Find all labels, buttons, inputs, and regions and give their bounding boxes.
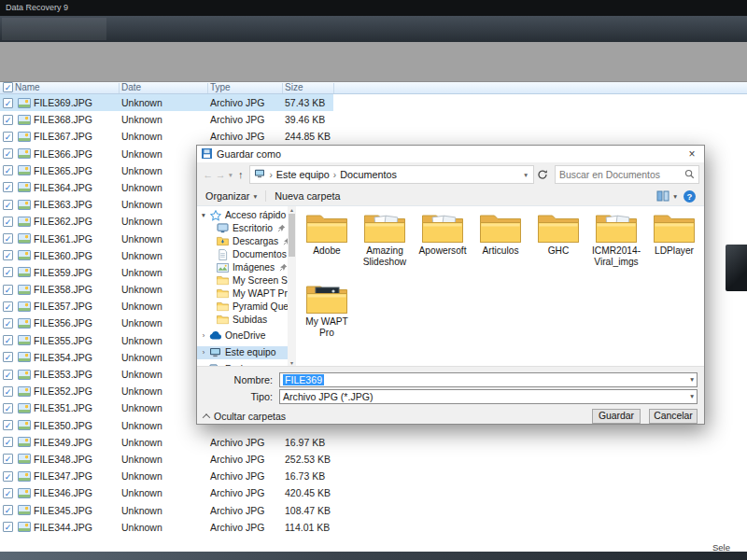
file-name: FILE361.JPG <box>34 231 92 247</box>
sidebar-item-pyramid-quest[interactable]: Pyramid Quest <box>197 300 288 313</box>
view-options-button[interactable]: ▾ <box>656 190 677 202</box>
sidebar-item-documentos[interactable]: Documentos <box>197 248 288 261</box>
checkbox-checked-icon[interactable]: ✓ <box>3 420 13 430</box>
up-button[interactable]: ↑ <box>234 169 247 180</box>
table-row[interactable]: ✓FILE367.JPGUnknownArchivo JPG244.85 KB <box>0 128 747 145</box>
checkbox-checked-icon[interactable]: ✓ <box>3 200 13 210</box>
checkbox-checked-icon[interactable]: ✓ <box>3 148 13 159</box>
sidebar-item-este-equipo[interactable]: ›Este equipo <box>197 346 288 359</box>
checkbox-checked-icon[interactable]: ✓ <box>3 233 13 244</box>
expander-icon[interactable]: ▾ <box>199 211 208 219</box>
checkbox-checked-icon[interactable]: ✓ <box>3 250 13 260</box>
checkbox-checked-icon[interactable]: ✓ <box>3 132 13 142</box>
address-bar[interactable]: ›Este equipo›Documentos ▾ <box>249 165 534 184</box>
checkbox-checked-icon[interactable]: ✓ <box>3 522 13 532</box>
back-button[interactable]: ← <box>202 169 214 180</box>
breadcrumb-item[interactable]: Este equipo <box>276 169 330 180</box>
sidebar-item-escritorio[interactable]: Escritorio <box>197 222 288 235</box>
checkbox-checked-icon[interactable]: ✓ <box>3 335 13 345</box>
filetype-select[interactable]: Archivo JPG (*.JPG) ▾ <box>279 389 698 404</box>
breadcrumb-item[interactable]: Documentos <box>340 169 397 180</box>
filename-input[interactable]: FILE369 ▾ <box>279 372 698 387</box>
history-dropdown-icon[interactable]: ▾ <box>227 171 234 179</box>
folder-tile[interactable]: GHC <box>529 209 587 280</box>
column-header-name[interactable]: Name <box>15 82 40 93</box>
select-all-checkbox[interactable]: ✓ <box>3 82 13 92</box>
organize-button[interactable]: Organizar ▾ <box>205 190 257 202</box>
checkbox-checked-icon[interactable]: ✓ <box>3 165 13 175</box>
expander-icon[interactable]: › <box>199 331 208 340</box>
table-row[interactable]: ✓FILE369.JPGUnknownArchivo JPG57.43 KB <box>0 94 747 111</box>
close-icon[interactable]: × <box>684 147 699 161</box>
cancel-button[interactable]: Cancelar <box>649 409 698 424</box>
address-dropdown-icon[interactable]: ▾ <box>522 171 529 179</box>
table-row[interactable]: ✓FILE368.JPGUnknownArchivo JPG39.46 KB <box>0 111 747 128</box>
sidebar-item-my-wapt-pro[interactable]: My WAPT Pro <box>197 287 288 300</box>
hide-folders-label: Ocultar carpetas <box>214 411 286 422</box>
column-header-date[interactable]: Date <box>121 82 141 93</box>
sidebar-scrollbar[interactable]: ▴ ▾ <box>288 206 296 366</box>
expander-icon[interactable]: › <box>199 365 208 366</box>
new-folder-button[interactable]: Nueva carpeta <box>275 190 340 202</box>
folder-tile[interactable]: Apowersoft <box>414 209 472 280</box>
scrollbar-thumb[interactable] <box>289 214 295 257</box>
checkbox-checked-icon[interactable]: ✓ <box>3 386 13 397</box>
hide-folders-button[interactable]: Ocultar carpetas <box>204 411 286 422</box>
checkbox-checked-icon[interactable]: ✓ <box>3 471 13 482</box>
folder-tile[interactable]: Adobe <box>298 209 356 280</box>
dialog-body: ▾Acceso rápidoEscritorioDescargasDocumen… <box>197 205 704 367</box>
checkbox-checked-icon[interactable]: ✓ <box>3 437 13 447</box>
search-box[interactable] <box>555 165 699 184</box>
file-name: FILE349.JPG <box>34 434 92 451</box>
sidebar-item-subidas[interactable]: Subidas <box>197 313 288 326</box>
column-header-type[interactable]: Type <box>210 82 231 93</box>
sidebar-item-im-genes[interactable]: Imágenes <box>197 261 288 274</box>
dialog-titlebar[interactable]: Guardar como × <box>197 146 704 162</box>
folder-tile[interactable]: ICMR2014-Viral_imgs <box>587 209 645 280</box>
sidebar-item-acceso-r-pido[interactable]: ▾Acceso rápido <box>197 209 288 222</box>
checkbox-checked-icon[interactable]: ✓ <box>3 403 13 413</box>
checkbox-checked-icon[interactable]: ✓ <box>3 301 13 312</box>
chevron-down-icon[interactable]: ▾ <box>686 392 694 400</box>
checkbox-checked-icon[interactable]: ✓ <box>3 182 13 192</box>
sidebar-item-onedrive[interactable]: ›OneDrive <box>197 329 288 343</box>
table-row[interactable]: ✓FILE345.JPGUnknownArchivo JPG108.47 KB <box>0 502 747 519</box>
checkbox-checked-icon[interactable]: ✓ <box>3 217 13 227</box>
folder-tile[interactable]: Amazing Slideshow Maker <box>356 209 414 280</box>
folder-tile[interactable]: My WAPT Pro <box>298 280 356 351</box>
checkbox-checked-icon[interactable]: ✓ <box>3 352 13 362</box>
checkbox-checked-icon[interactable]: ✓ <box>3 488 13 498</box>
save-button[interactable]: Guardar <box>592 409 641 424</box>
search-input[interactable] <box>559 170 684 180</box>
sidebar-item-red[interactable]: ›Red <box>197 363 288 366</box>
help-button[interactable]: ? <box>684 190 696 203</box>
file-date: Unknown <box>121 468 162 484</box>
checkbox-checked-icon[interactable]: ✓ <box>3 370 13 380</box>
scroll-up-icon[interactable]: ▴ <box>290 206 293 213</box>
folder-tile[interactable]: Articulos <box>472 209 529 280</box>
table-row[interactable]: ✓FILE344.JPGUnknownArchivo JPG114.01 KB <box>0 519 747 536</box>
scroll-down-icon[interactable]: ▾ <box>290 359 293 366</box>
forward-button[interactable]: → <box>214 169 226 180</box>
table-row[interactable]: ✓FILE348.JPGUnknownArchivo JPG252.53 KB <box>0 451 747 468</box>
checkbox-checked-icon[interactable]: ✓ <box>3 318 13 329</box>
table-row[interactable]: ✓FILE346.JPGUnknownArchivo JPG420.45 KB <box>0 484 747 501</box>
file-name: FILE352.JPG <box>34 383 92 399</box>
column-header-size[interactable]: Size <box>285 82 303 93</box>
checkbox-checked-icon[interactable]: ✓ <box>3 98 13 108</box>
expander-icon[interactable]: › <box>199 348 208 357</box>
table-row[interactable]: ✓FILE347.JPGUnknownArchivo JPG16.73 KB <box>0 468 747 484</box>
checkbox-checked-icon[interactable]: ✓ <box>3 115 13 125</box>
table-row[interactable]: ✓FILE349.JPGUnknownArchivo JPG16.97 KB <box>0 434 747 451</box>
checkbox-checked-icon[interactable]: ✓ <box>3 505 13 515</box>
checkbox-checked-icon[interactable]: ✓ <box>3 285 13 295</box>
chevron-down-icon[interactable]: ▾ <box>686 375 694 384</box>
refresh-button[interactable] <box>534 169 551 180</box>
window-titlebar[interactable]: Data Recovery 9 <box>0 0 747 16</box>
checkbox-checked-icon[interactable]: ✓ <box>3 267 13 277</box>
sidebar-item-my-screen-shots[interactable]: My Screen Shots <box>197 273 288 287</box>
folder-tile[interactable]: LDPlayer <box>645 209 703 280</box>
checkbox-checked-icon[interactable]: ✓ <box>3 454 13 464</box>
sidebar-item-descargas[interactable]: Descargas <box>197 235 288 248</box>
file-date: Unknown <box>121 146 162 162</box>
